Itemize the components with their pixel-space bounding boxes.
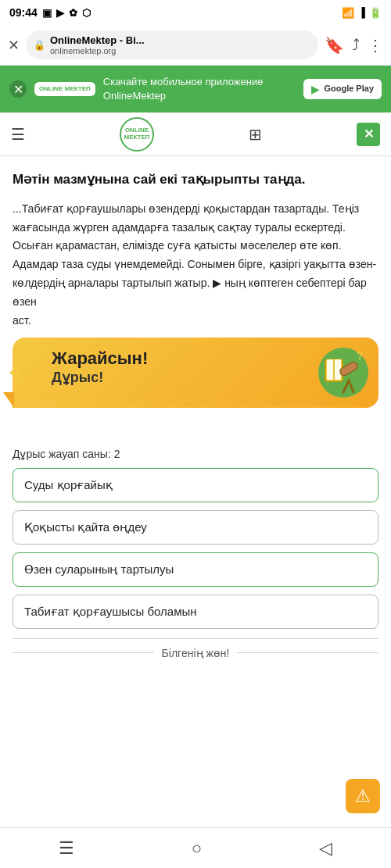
- ad-banner: ✕ ONLINE МЕКТЕП Скачайте мобильное прило…: [0, 66, 391, 113]
- answer-choice-1-text: Қоқысты қайта өңдеу: [24, 520, 147, 534]
- share-button[interactable]: ⤴: [352, 36, 360, 54]
- signal-icon: ▐: [358, 7, 365, 18]
- bottom-nav: ☰ ○ ◁: [0, 827, 391, 868]
- ad-logo: ONLINE МЕКТЕП: [34, 82, 95, 96]
- footer-divider-right: [237, 652, 378, 653]
- warning-icon: ⚠: [355, 786, 371, 806]
- answer-choice-3-text: Табиғат қорғаушысы боламын: [24, 605, 197, 618]
- bluetooth-icon: ⬡: [82, 7, 91, 19]
- answer-choice-0-text: Суды қорғайық: [24, 478, 113, 491]
- question-title: Мәтін мазмұнына сай екі тақырыпты таңда.: [13, 170, 378, 189]
- browser-title: OnlineMektep - Bi...: [50, 34, 145, 46]
- navbar: ☰ ONLINE МЕКТЕП ⊞ ✕: [0, 113, 391, 156]
- answer-choice-2-text: Өзен суларының тартылуы: [24, 563, 174, 576]
- url-bar[interactable]: 🔒 OnlineMektep - Bi... onlinemektep.org: [26, 30, 318, 59]
- status-bar: 09:44 ▣ ▶ ✿ ⬡ 📶 ▐ 🔋: [0, 0, 391, 25]
- status-time: 09:44: [9, 6, 38, 19]
- result-illustration: ?: [300, 338, 371, 408]
- close-x-button[interactable]: ✕: [357, 123, 380, 146]
- warning-fab-button[interactable]: ⚠: [346, 779, 380, 813]
- answer-choice-0[interactable]: Суды қорғайық: [13, 468, 378, 502]
- main-content: Мәтін мазмұнына сай екі тақырыпты таңда.…: [0, 156, 391, 673]
- browser-bar: ✕ 🔒 OnlineMektep - Bi... onlinemektep.or…: [0, 25, 391, 66]
- bottom-home-button[interactable]: ○: [192, 838, 202, 859]
- bottom-menu-button[interactable]: ☰: [59, 838, 74, 859]
- result-popup: Жарайсын! Дұрыс!: [13, 338, 378, 408]
- footer-hint: Білгенің жөн!: [13, 638, 378, 659]
- ad-logo-line2: МЕКТЕП: [65, 85, 91, 92]
- browser-url: onlinemektep.org: [50, 46, 145, 55]
- result-text-main: Жарайсын!: [52, 348, 148, 369]
- battery-icon: 🔋: [369, 7, 382, 19]
- ad-close-button[interactable]: ✕: [9, 80, 27, 98]
- google-play-button[interactable]: ▶ Google Play: [303, 79, 382, 99]
- bookmark-button[interactable]: 🔖: [325, 36, 344, 55]
- notification-icon: ▣: [42, 7, 52, 19]
- answer-choices: Суды қорғайық Қоқысты қайта өңдеу Өзен с…: [13, 468, 378, 629]
- grid-view-button[interactable]: ⊞: [249, 125, 262, 144]
- youtube-icon: ▶: [56, 7, 64, 19]
- status-right-icons: 📶 ▐ 🔋: [342, 7, 382, 19]
- ad-logo-line1: ONLINE: [39, 85, 63, 92]
- result-text-sub: Дұрыс!: [52, 369, 103, 386]
- browser-actions: 🔖 ⤴ ⋮: [325, 36, 383, 55]
- answer-choice-2[interactable]: Өзен суларының тартылуы: [13, 552, 378, 587]
- browser-menu-button[interactable]: ⋮: [368, 36, 383, 55]
- hamburger-menu-button[interactable]: ☰: [11, 125, 25, 144]
- left-arrow-decoration: [9, 363, 22, 382]
- browser-close-button[interactable]: ✕: [8, 37, 20, 54]
- result-overlay-container: аст. Жарайсын! Дұрыс!: [13, 312, 378, 437]
- answer-choice-1[interactable]: Қоқысты қайта өңдеу: [13, 510, 378, 545]
- svg-text:?: ?: [357, 349, 364, 362]
- footer-hint-text: Білгенің жөн!: [162, 647, 230, 659]
- wifi-icon: 📶: [342, 7, 354, 19]
- answer-choice-3[interactable]: Табиғат қорғаушысы боламын: [13, 595, 378, 629]
- settings-icon: ✿: [69, 7, 77, 19]
- passage-text: ...Табиғат қорғаушылары өзендерді қоқыст…: [13, 200, 378, 312]
- google-play-icon: ▶: [311, 83, 320, 95]
- bottom-back-button[interactable]: ◁: [319, 838, 332, 859]
- logo-line2: МЕКТЕП: [124, 134, 149, 141]
- site-logo: ONLINE МЕКТЕП: [120, 117, 154, 152]
- correct-count: Дұрыс жауап саны: 2: [13, 448, 378, 460]
- ad-text: Скачайте мобильное приложение OnlineMekt…: [103, 75, 296, 103]
- lock-icon: 🔒: [34, 40, 45, 51]
- google-play-label: Google Play: [324, 84, 374, 94]
- passage-suffix: аст.: [13, 314, 31, 327]
- footer-divider-left: [13, 652, 154, 653]
